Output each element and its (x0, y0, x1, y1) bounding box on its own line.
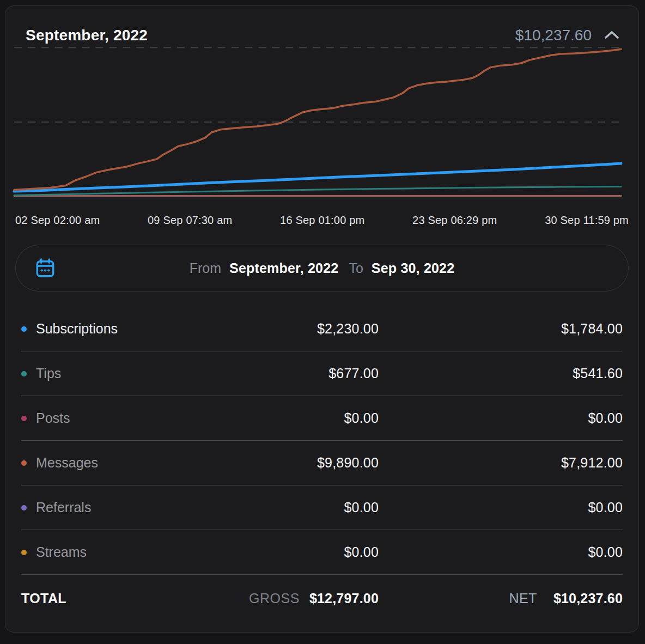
series-dot-icon (21, 550, 27, 555)
to-value: Sep 30, 2022 (372, 260, 455, 276)
series-dot-icon (21, 505, 27, 511)
series-dot-icon (21, 326, 27, 332)
row-gross-value: $0.00 (344, 410, 379, 426)
from-label: From (190, 260, 221, 276)
x-axis-tick-label: 09 Sep 07:30 am (148, 214, 232, 227)
period-net-amount: $10,237.60 (515, 27, 592, 44)
calendar-icon (34, 257, 56, 279)
row-label: Referrals (36, 500, 91, 515)
table-row-subscriptions: Subscriptions$2,230.00$1,784.00 (21, 307, 623, 351)
row-label: Tips (36, 366, 61, 381)
row-label: Messages (36, 455, 98, 471)
x-axis-tick-label: 30 Sep 11:59 pm (545, 214, 629, 227)
table-row-streams: Streams$0.00$0.00 (21, 530, 623, 575)
row-net-value: $7,912.00 (379, 455, 623, 471)
series-dot-icon (21, 460, 27, 466)
x-axis-labels: 02 Sep 02:00 am09 Sep 07:30 am16 Sep 01:… (15, 214, 629, 227)
row-gross-value: $2,230.00 (317, 321, 379, 337)
row-net-value: $541.60 (379, 366, 623, 381)
to-label: To (349, 260, 363, 276)
row-net-value: $0.00 (379, 544, 623, 560)
earnings-line-chart (5, 43, 638, 202)
series-dot-icon (21, 416, 27, 421)
row-net-value: $1,784.00 (379, 321, 623, 337)
collapse-button[interactable] (604, 30, 620, 41)
row-label: Streams (36, 544, 87, 560)
statement-header: September, 2022 $10,237.60 (26, 27, 620, 44)
date-range-picker[interactable]: From September, 2022 To Sep 30, 2022 (15, 245, 629, 291)
total-row: TOTAL GROSS $12,797.00 NET $10,237.60 (21, 575, 623, 622)
row-gross-value: $0.00 (344, 544, 379, 560)
period-title: September, 2022 (26, 27, 148, 44)
chevron-up-icon (604, 30, 620, 41)
earnings-breakdown-table: Subscriptions$2,230.00$1,784.00Tips$677.… (21, 307, 623, 622)
x-axis-tick-label: 16 Sep 01:00 pm (280, 214, 364, 227)
gross-total-value: $12,797.00 (309, 591, 379, 606)
row-gross-value: $677.00 (328, 366, 379, 381)
row-gross-value: $9,890.00 (317, 455, 379, 471)
row-gross-value: $0.00 (344, 500, 379, 515)
table-row-messages: Messages$9,890.00$7,912.00 (21, 441, 623, 485)
from-value: September, 2022 (229, 260, 338, 276)
table-row-tips: Tips$677.00$541.60 (21, 351, 623, 396)
x-axis-tick-label: 02 Sep 02:00 am (15, 214, 100, 227)
date-range-text: From September, 2022 To Sep 30, 2022 (190, 260, 455, 276)
gross-caption: GROSS (249, 591, 300, 606)
row-label: Posts (36, 410, 70, 426)
series-dot-icon (21, 371, 27, 376)
net-total-value: $10,237.60 (553, 591, 623, 606)
net-caption: NET (509, 591, 537, 606)
table-row-referrals: Referrals$0.00$0.00 (21, 485, 623, 530)
total-label: TOTAL (21, 591, 66, 606)
row-net-value: $0.00 (379, 500, 623, 515)
row-net-value: $0.00 (379, 410, 623, 426)
x-axis-tick-label: 23 Sep 06:29 pm (412, 214, 497, 227)
table-row-posts: Posts$0.00$0.00 (21, 396, 623, 441)
earnings-statement-card: September, 2022 $10,237.60 02 Sep 02:00 … (5, 5, 639, 633)
row-label: Subscriptions (36, 321, 118, 337)
